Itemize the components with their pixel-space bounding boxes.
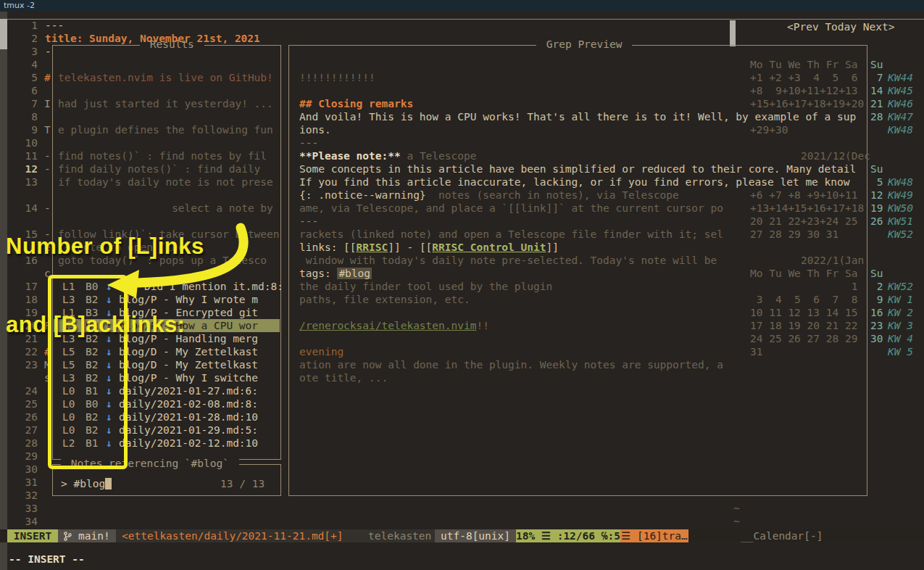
preview-line: ---: [299, 136, 318, 149]
results-bleed-text: e plugin defines the following fun: [58, 123, 273, 136]
empty-line-tilde: ~: [733, 515, 740, 528]
buffer-edge-char: I: [44, 97, 51, 110]
calendar-sunday-cell: 23: [870, 319, 883, 332]
prompt-prefix: >: [61, 478, 73, 490]
calendar-week-row[interactable]: +29+30KW48: [750, 123, 924, 136]
calendar-week-number: KW46: [888, 97, 913, 110]
text-cursor: [105, 478, 112, 490]
window-top-border: [7, 19, 924, 20]
prompt-query: #blog: [73, 478, 105, 490]
calendar-week-row[interactable]: 24 25 26 27 28 2930KW 4: [750, 332, 924, 345]
result-row[interactable]: L0B2↓daily/2021-01-29.md:5:: [54, 424, 280, 437]
result-row[interactable]: L2B1↓daily/2021-02-12.md:10: [54, 437, 280, 450]
line-number: 32: [7, 489, 38, 502]
buffer-line[interactable]: ---: [45, 19, 64, 32]
cursor-position-segment: 18% ☰ :12/66 ℅:50: [516, 529, 620, 542]
calendar-next-button[interactable]: Next>: [863, 21, 895, 33]
calendar-weekdays: 31: [750, 346, 762, 358]
calendar-week-row[interactable]: +13+14+15+16+17+1819KW50: [750, 202, 924, 215]
calendar-week-row[interactable]: Mo Tu We Th Fr SaSu: [750, 58, 924, 71]
preview-text-segment: ation are now all done in the plugin. We…: [299, 359, 723, 371]
calendar-week-row[interactable]: Mo Tu We Th Fr SaSu: [750, 267, 924, 280]
calendar-weekdays: 24 25 26 27 28 29: [750, 333, 857, 344]
preview-text-segment: ---: [299, 137, 318, 149]
calendar-weekdays: +13+14+15+16+17+18: [750, 202, 864, 214]
statusline: INSERT main! <ettelkasten/daily/2021-11-…: [0, 529, 924, 542]
result-row[interactable]: L0B2↓daily/2021-01-28.md:10: [54, 410, 280, 424]
line-number: 27: [7, 424, 38, 437]
calendar-week-row[interactable]: 3 4 5 6 7 8 9KW 1: [750, 293, 924, 306]
calendar-weekdays: 20 21 22+23+24 25: [750, 215, 857, 227]
line-number: 8: [7, 110, 38, 123]
links-count: L2: [62, 437, 75, 450]
buffer-edge-char: -: [44, 162, 51, 175]
calendar-week-row[interactable]: Su: [750, 162, 924, 175]
calendar-weekdays: 1: [750, 281, 857, 292]
calendar-week-row[interactable]: +15+16+17+18+19+2021KW46: [750, 97, 924, 110]
down-arrow-icon: ↓: [106, 437, 112, 450]
calendar-week-row[interactable]: 31KW 5: [750, 345, 924, 358]
calendar-sunday-cell: 21: [870, 97, 883, 110]
preview-text-segment: {: .notice--warning}: [299, 189, 426, 201]
preview-text-segment: ote title, ...: [299, 372, 388, 384]
preview-text-segment: !!!!!!!!!!!!: [299, 72, 375, 83]
buffer-line[interactable]: -: [45, 45, 51, 58]
preview-line: /renerocksai/telekasten.nvim!!: [299, 319, 489, 332]
buffer-edge-char: #: [44, 71, 51, 84]
calendar-week-number: KW47: [888, 110, 913, 123]
calendar-week-number: KW 1: [888, 293, 913, 306]
preview-text-segment: ame, via Telescope, and place a `[[link]…: [299, 202, 723, 214]
preview-text-segment: notes (search in notes), via Telescope: [426, 189, 679, 201]
calendar-month-header: 2022/1(Jan: [801, 254, 864, 267]
results-bleed-text: find notes()` : find notes by fil: [58, 149, 267, 162]
line-number: 11: [7, 149, 38, 162]
calendar-week-row[interactable]: 1 2KW52: [750, 280, 924, 293]
preview-line: links: [[RRISC]] - [[RRISC Control Unit]…: [299, 241, 559, 254]
calendar-today-button[interactable]: Today: [825, 21, 857, 33]
line-number: 30: [7, 463, 38, 476]
scrollbar-thumb[interactable]: [0, 19, 7, 49]
whitespace-warning-segment: ☰ [16]tra…: [620, 529, 688, 542]
preview-text-segment: ions.: [299, 124, 331, 136]
empty-line-tilde: ~: [733, 502, 740, 515]
calendar-sunday-cell: 30: [870, 332, 883, 345]
preview-line: ions.: [299, 123, 331, 136]
preview-text-segment: links: [[: [299, 241, 357, 253]
git-branch-label: main!: [78, 530, 110, 542]
calendar-week-row[interactable]: 17 18 19 20 21 2223KW 3: [750, 319, 924, 332]
calendar-week-number: KW52: [888, 228, 913, 241]
results-bleed-text: find daily notes()` : find daily: [58, 162, 260, 175]
line-number: 2: [7, 32, 38, 45]
calendar-weekdays: Mo Tu We Th Fr Sa: [750, 268, 857, 279]
calendar-sunday-cell: Su: [870, 162, 883, 175]
buffer-line[interactable]: title: Sunday, November 21st, 2021: [45, 32, 260, 45]
preview-line: ## Closing remarks: [299, 97, 413, 110]
calendar-week-row[interactable]: 28KW47: [750, 110, 924, 123]
prompt-input[interactable]: > #blog: [61, 477, 105, 490]
buffer-edge-char: T: [44, 123, 51, 136]
calendar-week-row[interactable]: 10 11 12 13 14 1516KW 2: [750, 306, 924, 319]
calendar-weekdays: +29+30: [750, 124, 788, 136]
calendar-week-number: KW 3: [888, 319, 913, 332]
calendar-weekdays: 3 4 5 6 7 8: [750, 294, 857, 305]
calendar-week-row[interactable]: 27 28 29 30 31KW52: [750, 228, 924, 241]
preview-text-segment: RRISC Control Unit: [432, 241, 546, 253]
calendar-sunday-cell: 5: [870, 175, 883, 189]
git-branch-segment: main!: [58, 529, 116, 542]
line-number: 12: [7, 162, 38, 175]
preview-line: evening: [299, 345, 344, 358]
result-filename: daily/2021-01-28.md:10: [119, 410, 258, 424]
line-number: 3: [7, 45, 38, 58]
calendar-week-row[interactable]: 20 21 22+23+24 2526KW51: [750, 215, 924, 228]
line-number: 29: [7, 450, 38, 463]
preview-line: paths, file extension, etc.: [299, 293, 470, 306]
terminal: Results Grep Preview Notes referencing `…: [0, 12, 924, 570]
calendar-week-row[interactable]: +6 +7 +8 +9+10+1112KW49: [750, 189, 924, 202]
calendar-week-row[interactable]: +1 +2 +3 4 5 6 7KW44: [750, 71, 924, 84]
calendar-week-row[interactable]: 5KW48: [750, 175, 924, 189]
calendar-nav: <Prev Today Next>: [787, 20, 894, 33]
calendar-week-row[interactable]: +8 9+10+11+12+1314KW45: [750, 84, 924, 97]
result-row[interactable]: L0B0↓daily/2021-02-08.md:8:: [54, 397, 280, 410]
calendar-prev-button[interactable]: <Prev: [787, 21, 819, 33]
line-number: 33: [7, 502, 38, 515]
